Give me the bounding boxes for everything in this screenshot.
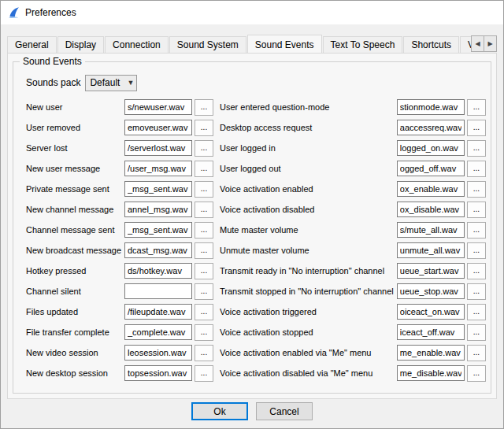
sound-event-label: Server lost — [26, 143, 124, 153]
browse-button[interactable]: ... — [195, 263, 213, 279]
browse-button[interactable]: ... — [195, 283, 213, 300]
sound-file-input[interactable] — [124, 181, 192, 197]
sound-event-label: New user — [26, 102, 124, 112]
sound-event-label: Channel message sent — [26, 225, 124, 235]
tab-sound-events[interactable]: Sound Events — [247, 35, 322, 53]
tab-text-to-speech[interactable]: Text To Speech — [323, 36, 403, 53]
sound-event-row: Files updated... — [26, 301, 213, 322]
browse-button[interactable]: ... — [195, 222, 213, 239]
browse-button[interactable]: ... — [195, 202, 213, 218]
browse-button[interactable]: ... — [467, 263, 486, 279]
browse-button[interactable]: ... — [467, 365, 486, 382]
sound-file-input[interactable] — [124, 120, 192, 135]
sound-file-input[interactable] — [397, 263, 465, 279]
sound-file-input[interactable] — [397, 202, 465, 217]
browse-button[interactable]: ... — [195, 242, 213, 259]
sound-file-input[interactable] — [397, 304, 465, 320]
browse-button[interactable]: ... — [467, 202, 486, 218]
tab-bar: GeneralDisplayConnectionSound SystemSoun… — [7, 34, 497, 53]
sound-file-input[interactable] — [397, 283, 465, 299]
sound-file-input[interactable] — [124, 304, 192, 320]
sound-file-input[interactable] — [397, 345, 465, 361]
sound-event-row: Transmit ready in "No interruption" chan… — [220, 261, 486, 281]
sound-file-input[interactable] — [397, 161, 465, 176]
sound-file-input[interactable] — [124, 99, 192, 115]
browse-button[interactable]: ... — [195, 324, 213, 341]
browse-button[interactable]: ... — [195, 99, 213, 116]
browse-button[interactable]: ... — [467, 120, 486, 136]
sound-file-input[interactable] — [124, 345, 192, 361]
browse-button[interactable]: ... — [467, 222, 486, 239]
browse-button[interactable]: ... — [195, 161, 213, 177]
sound-event-label: User removed — [26, 123, 124, 132]
sound-file-input[interactable] — [397, 140, 465, 156]
sound-event-label: New channel message — [26, 205, 124, 214]
sound-event-row: User entered question-mode... — [220, 97, 486, 117]
sound-event-row: File transfer complete... — [26, 322, 213, 342]
browse-button[interactable]: ... — [467, 161, 486, 177]
sounds-pack-select[interactable]: Default ▼ — [85, 75, 137, 91]
groupbox-title: Sound Events — [20, 56, 85, 67]
arrow-left-icon: ◀ — [475, 40, 480, 47]
tab-general[interactable]: General — [7, 36, 57, 53]
sound-event-label: New broadcast message — [26, 246, 124, 255]
sound-file-input[interactable] — [397, 181, 465, 197]
sound-file-input[interactable] — [124, 365, 192, 381]
tab-connection[interactable]: Connection — [105, 36, 169, 53]
sound-file-input[interactable] — [124, 324, 192, 340]
browse-button[interactable]: ... — [467, 181, 486, 198]
tab-scroll-right-button[interactable]: ▶ — [484, 35, 497, 52]
browse-button[interactable]: ... — [195, 304, 213, 320]
browse-button[interactable]: ... — [467, 140, 486, 157]
sound-event-label: Voice activation enabled via "Me" menu — [220, 348, 397, 357]
tab-sound-system[interactable]: Sound System — [169, 36, 246, 53]
browse-button[interactable]: ... — [467, 304, 486, 320]
browse-button[interactable]: ... — [467, 283, 486, 300]
tab-shortcuts[interactable]: Shortcuts — [403, 36, 459, 53]
browse-button[interactable]: ... — [467, 242, 486, 259]
sound-file-input[interactable] — [397, 242, 465, 258]
browse-button[interactable]: ... — [195, 120, 213, 136]
sound-event-label: Mute master volume — [220, 225, 397, 235]
sound-event-label: Voice activation disabled via "Me" menu — [220, 368, 397, 378]
sound-file-input[interactable] — [397, 365, 465, 381]
sound-event-row: New video session... — [26, 342, 213, 363]
sound-file-input[interactable] — [124, 222, 192, 238]
browse-button[interactable]: ... — [195, 140, 213, 157]
sound-event-row: New user message... — [26, 158, 213, 179]
sound-file-input[interactable] — [397, 99, 465, 115]
sound-event-row: Voice activation disabled... — [220, 199, 486, 220]
arrow-right-icon: ▶ — [487, 40, 492, 47]
sound-file-input[interactable] — [124, 140, 192, 156]
sound-event-row: Voice activation enabled via "Me" menu..… — [220, 342, 486, 363]
tab-scroll-left-button[interactable]: ◀ — [471, 35, 484, 52]
sound-file-input[interactable] — [397, 324, 465, 340]
sound-event-label: New video session — [26, 348, 124, 357]
browse-button[interactable]: ... — [467, 99, 486, 116]
sound-event-row: User logged in... — [220, 138, 486, 158]
sound-file-input[interactable] — [124, 202, 192, 217]
sound-file-input[interactable] — [397, 222, 465, 238]
browse-button[interactable]: ... — [195, 181, 213, 198]
sound-event-label: User entered question-mode — [220, 102, 397, 112]
cancel-button[interactable]: Cancel — [256, 402, 313, 420]
tab-display[interactable]: Display — [57, 36, 104, 53]
ok-button[interactable]: Ok — [191, 402, 248, 420]
browse-button[interactable]: ... — [195, 345, 213, 361]
browse-button[interactable]: ... — [467, 324, 486, 341]
sound-event-label: Channel silent — [26, 287, 124, 296]
sounds-pack-value: Default — [90, 77, 120, 88]
sound-file-input[interactable] — [397, 120, 465, 135]
sound-file-input[interactable] — [124, 161, 192, 176]
sound-event-row: Voice activation disabled via "Me" menu.… — [220, 363, 486, 383]
browse-button[interactable]: ... — [467, 345, 486, 361]
sound-file-input[interactable] — [124, 283, 192, 299]
sound-file-input[interactable] — [124, 242, 192, 258]
sound-event-label: Voice activation triggered — [220, 307, 397, 316]
tab-scroll-control: ◀ ▶ — [471, 35, 497, 52]
sound-file-input[interactable] — [124, 263, 192, 279]
sound-event-row: Transmit stopped in "No interruption" ch… — [220, 281, 486, 301]
sound-event-label: File transfer complete — [26, 327, 124, 337]
browse-button[interactable]: ... — [195, 365, 213, 382]
sound-event-row: Private message sent... — [26, 179, 213, 199]
